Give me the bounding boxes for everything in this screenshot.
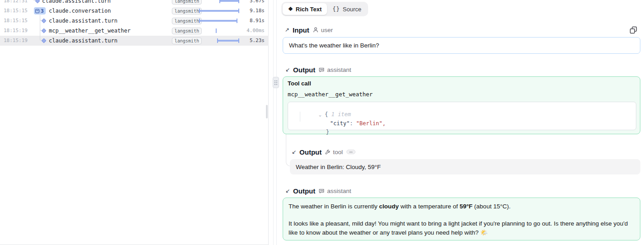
grip-dots-icon (275, 80, 277, 85)
span-name[interactable]: mcp__weather__get_weather (49, 26, 131, 36)
assistant-role: assistant (318, 188, 351, 194)
chat-bubble-icon (318, 66, 325, 73)
trace-row-timestamp: 18:15:19 (4, 26, 28, 36)
output-section-label: Output (293, 66, 315, 74)
tool-result-text: Weather in Berlin: Cloudy, 59°F (296, 164, 381, 170)
json-value: "Berlin", (356, 120, 386, 127)
assistant-role-label: assistant (327, 66, 351, 73)
span-name[interactable]: claude.assistant.turn (49, 36, 118, 46)
trace-row-timestamp: 18:12:31 (4, 0, 28, 6)
span-name[interactable]: claude.conversation (49, 6, 111, 16)
json-line-kv: "city": "Berlin", (304, 114, 386, 120)
duration-label: 9.18s (233, 6, 265, 16)
tool-role-label: tool (333, 149, 343, 155)
assistant-message-paragraph: The weather in Berlin is currently cloud… (289, 202, 635, 211)
assistant-message-paragraph: It looks like a pleasant, mild day! You … (289, 219, 635, 237)
output-arrow-icon: ↙ (285, 66, 290, 73)
trace-row-timestamp: 18:15:19 (4, 36, 28, 46)
output-section-label: Output (299, 148, 322, 156)
tool-call-card: Tool call mcp__weather__get_weather ⌄ { … (283, 76, 640, 134)
assistant-message-card: The weather in Berlin is currently cloud… (283, 198, 640, 240)
duration-bar-end-cap (216, 28, 217, 33)
panel-resize-handle[interactable] (273, 77, 279, 88)
output-arrow-icon: ↙ (285, 188, 290, 194)
output-tool-header: ↙ Output tool (292, 147, 355, 156)
trace-row[interactable]: 18:15:15claude.assistant.turnlangsmith8.… (0, 16, 269, 26)
output-assistant-header: ↙ Output assistant (285, 65, 351, 74)
trace-viewer-screen: 18:12:31claude.assistant.turnlangsmith3.… (0, 0, 644, 245)
chat-bubble-icon (318, 188, 325, 194)
tool-call-title: Tool call (288, 80, 311, 87)
tool-status-badge[interactable] (346, 150, 355, 154)
curly-braces-icon: {} (332, 6, 340, 12)
duration-label: 4.00ms (233, 26, 265, 36)
input-section-header: ↗ Input user (285, 25, 333, 34)
output-section-label: Output (293, 187, 315, 195)
user-icon (313, 27, 319, 33)
duration-label: 3.67s (233, 0, 265, 6)
tab-source[interactable]: {} Source (327, 3, 367, 15)
tool-role: tool (325, 149, 355, 155)
trace-panel-scrollbar[interactable] (266, 105, 268, 118)
tab-rich-text-label: Rich Text (296, 6, 322, 13)
json-viewer: ⌄ { 1 item "city": "Berlin", } (288, 102, 636, 130)
span-name[interactable]: claude.assistant.turn (49, 16, 118, 26)
trace-row[interactable]: 18:15:19claude.assistant.turnlangsmith5.… (0, 36, 269, 46)
span-name[interactable]: claude.assistant.turn (42, 0, 111, 6)
duration-label: 5.23s (233, 36, 265, 46)
input-section-label: Input (293, 26, 309, 34)
collapse-minus-icon (35, 9, 39, 13)
langsmith-badge: langsmith (172, 28, 202, 34)
view-mode-tabs: ❖ Rich Text {} Source (281, 2, 368, 16)
trace-row[interactable]: 18:12:31claude.assistant.turnlangsmith3.… (0, 0, 269, 6)
input-message-box[interactable]: What's the weather like in Berlin? (283, 37, 640, 54)
input-role: user (313, 27, 333, 33)
tool-result-box: Weather in Berlin: Cloudy, 59°F (290, 159, 640, 174)
input-arrow-icon: ↗ (285, 27, 289, 33)
splitter-line (276, 0, 277, 245)
trace-row[interactable]: 18:15:153claude.conversationlangsmith9.1… (0, 6, 269, 16)
splitter-line (273, 0, 274, 245)
tree-connector (40, 26, 40, 36)
trace-row-timestamp: 18:15:15 (4, 6, 28, 16)
tool-call-name: mcp__weather__get_weather (288, 91, 373, 98)
output-arrow-icon: ↙ (292, 149, 296, 155)
trace-row-timestamp: 18:15:15 (4, 16, 28, 26)
langsmith-badge: langsmith (172, 8, 202, 14)
tree-connector (40, 16, 40, 26)
copy-icon (630, 26, 637, 34)
output-assistant-final-header: ↙ Output assistant (285, 186, 351, 195)
json-close-brace: } (326, 129, 329, 135)
duration-bar (200, 20, 237, 22)
assistant-role-label: assistant (327, 188, 351, 194)
span-type-icon (35, 0, 40, 4)
json-key: "city" (330, 120, 350, 127)
tab-rich-text[interactable]: ❖ Rich Text (283, 3, 327, 15)
tab-source-label: Source (343, 6, 361, 13)
copy-button[interactable] (627, 24, 639, 36)
input-role-label: user (321, 27, 333, 33)
assistant-role: assistant (318, 66, 351, 73)
duration-label: 8.91s (233, 16, 265, 26)
sparkle-diamonds-icon: ❖ (288, 6, 293, 12)
collapse-badge[interactable]: 3 (34, 7, 46, 14)
child-count: 3 (41, 8, 44, 14)
input-message-text: What's the weather like in Berlin? (289, 42, 379, 49)
langsmith-badge: langsmith (172, 38, 202, 44)
json-line-close: } (300, 122, 329, 129)
langsmith-badge: langsmith (172, 0, 202, 5)
json-colon: : (350, 120, 356, 127)
trace-tree-panel: 18:12:31claude.assistant.turnlangsmith3.… (0, 0, 269, 245)
wrench-icon (325, 149, 331, 155)
json-line-open[interactable]: ⌄ { 1 item (293, 105, 351, 111)
langsmith-badge: langsmith (172, 18, 202, 24)
trace-row[interactable]: 18:15:19mcp__weather__get_weatherlangsmi… (0, 26, 269, 36)
